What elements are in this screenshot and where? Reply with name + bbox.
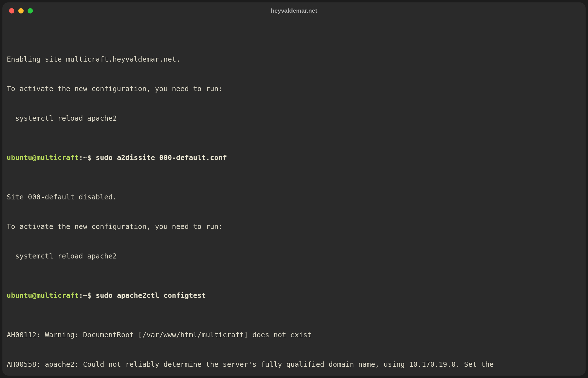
terminal-body[interactable]: Enabling site multicraft.heyvaldemar.net… bbox=[3, 19, 585, 375]
command: sudo apache2ctl configtest bbox=[96, 291, 206, 300]
window-controls bbox=[9, 8, 33, 14]
terminal-window: heyvaldemar.net Enabling site multicraft… bbox=[3, 3, 585, 375]
output-line: systemctl reload apache2 bbox=[7, 251, 581, 261]
output-line: Site 000-default disabled. bbox=[7, 192, 581, 202]
prompt-user: ubuntu bbox=[7, 154, 32, 162]
prompt-at: @ bbox=[32, 154, 36, 162]
prompt-host: multicraft bbox=[36, 154, 79, 162]
zoom-icon[interactable] bbox=[28, 8, 33, 14]
prompt-symbol: $ bbox=[87, 154, 91, 162]
output-line: AH00112: Warning: DocumentRoot [/var/www… bbox=[7, 330, 581, 340]
window-title: heyvaldemar.net bbox=[3, 7, 585, 14]
close-icon[interactable] bbox=[9, 8, 14, 14]
prompt-line: ubuntu@multicraft:~$ sudo apache2ctl con… bbox=[7, 291, 581, 300]
output-line: To activate the new configuration, you n… bbox=[7, 84, 581, 94]
minimize-icon[interactable] bbox=[18, 8, 24, 14]
output-line: systemctl reload apache2 bbox=[7, 113, 581, 123]
output-line: AH00558: apache2: Could not reliably det… bbox=[7, 359, 581, 369]
output-line: To activate the new configuration, you n… bbox=[7, 222, 581, 231]
prompt-path: : bbox=[79, 154, 83, 162]
command: sudo a2dissite 000-default.conf bbox=[96, 154, 227, 162]
titlebar[interactable]: heyvaldemar.net bbox=[3, 3, 585, 19]
output-line: Enabling site multicraft.heyvaldemar.net… bbox=[7, 54, 581, 64]
prompt-line: ubuntu@multicraft:~$ sudo a2dissite 000-… bbox=[7, 153, 581, 163]
